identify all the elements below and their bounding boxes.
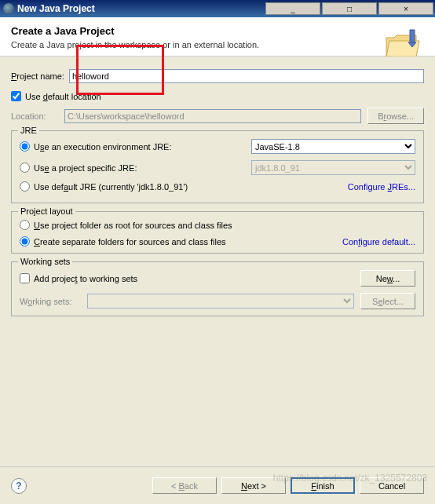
jre-group: JRE Use an execution environment JRE: Us… [11,130,424,203]
working-sets-select [87,294,354,309]
location-input [64,109,361,123]
working-sets-group: Working sets Add project to working sets… [11,261,424,316]
dialog-header: Create a Java Project Create a Java proj… [0,17,435,57]
add-to-working-sets-label: Add project to working sets [34,274,137,283]
window-title: New Java Project [17,3,265,14]
project-jre-label: Use a project specific JRE: [34,163,137,173]
configure-jres-link[interactable]: Configure JREs... [348,182,415,192]
browse-button: Browse... [367,108,424,124]
select-working-set-button: Select... [360,293,415,309]
use-default-location-label: Use default location [25,92,101,101]
configure-default-link[interactable]: Configure default... [342,237,415,247]
window-controls: _ □ × [265,2,433,15]
page-subtitle: Create a Java project in the workspace o… [11,40,424,49]
jre-legend: JRE [18,126,39,135]
dialog-content: PProject name:roject name: Use default l… [0,57,435,480]
exec-env-label: Use an execution environment JRE: [34,142,172,152]
add-to-working-sets-checkbox[interactable] [20,273,30,283]
maximize-button[interactable]: □ [322,2,377,15]
project-name-label: PProject name:roject name: [11,71,64,81]
root-folder-radio[interactable] [20,220,30,230]
back-button: < Back [152,477,217,494]
page-title: Create a Java Project [11,25,424,37]
separate-folders-radio[interactable] [20,236,30,247]
working-sets-legend: Working sets [18,257,72,266]
project-jre-select: jdk1.8.0_91 [251,160,415,175]
exec-env-radio[interactable] [20,141,30,152]
project-name-input[interactable] [69,69,424,83]
minimize-button[interactable]: _ [265,2,320,15]
project-layout-legend: Project layout [18,206,75,216]
separate-folders-label: Create separate folders for sources and … [34,237,226,247]
help-button[interactable]: ? [11,478,27,494]
watermark: https://blog.csdn.net/zk_1325572803 [273,473,427,484]
working-sets-label: Working sets: [20,297,82,306]
close-button[interactable]: × [378,2,433,15]
root-folder-label: Use project folder as root for sources a… [34,221,232,230]
use-default-location-checkbox[interactable] [11,91,21,101]
project-jre-radio[interactable] [20,163,30,173]
project-layout-group: Project layout Use project folder as roo… [11,211,424,254]
default-jre-label: Use default JRE (currently 'jdk1.8.0_91'… [34,182,188,192]
default-jre-radio[interactable] [20,181,30,192]
wizard-banner-icon [385,28,424,60]
app-icon [3,3,14,14]
new-working-set-button[interactable]: New... [360,270,415,287]
title-bar: New Java Project _ □ × [0,0,435,17]
location-label: Location: [11,111,60,121]
exec-env-select[interactable]: JavaSE-1.8 [251,139,415,154]
